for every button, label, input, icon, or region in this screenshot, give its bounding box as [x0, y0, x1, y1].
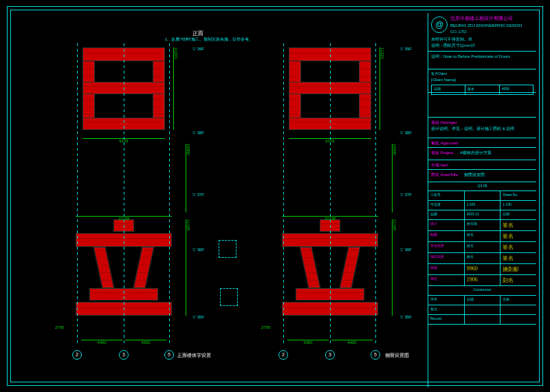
dim-grid1-l: 4400: [81, 340, 122, 345]
approved-header: 审批 Approved: [431, 141, 458, 145]
drawing-note: 1、金属*结构*施工。预制安装实施，仅作参考。: [165, 36, 253, 43]
dh: 日期: [500, 210, 536, 219]
c4: 1906: [465, 275, 501, 285]
r5: 审核: [428, 264, 465, 274]
drawing-canvas[interactable]: 正面 1、金属*结构*施工。预制安装实施，仅作参考。 9176 11023 91…: [14, 13, 433, 387]
dim-li-height: 11195: [186, 219, 190, 316]
dim-gap: 18800: [186, 144, 190, 213]
sv2: 签名: [500, 231, 536, 241]
dim-off-r: 2700: [261, 325, 270, 329]
company-name-cn: 北京中都建工程设计有限公司: [450, 15, 534, 23]
dim-li-height-r: 11195: [392, 219, 397, 316]
dim-ri-height: 11023: [173, 47, 178, 130]
title-value: 侧面设置图: [464, 173, 485, 177]
ph-v: Sheet No.: [500, 191, 536, 200]
client-header: 客户Client: [431, 72, 534, 77]
item-header: 分项 Item: [431, 163, 448, 167]
title-block: @ 北京中都建工程设计有限公司 BEIJING ZDJ ENGINEERING …: [428, 13, 536, 387]
detail-view-2: [220, 288, 238, 306]
s1: 1:100: [465, 201, 501, 210]
grid-5-l: 5: [164, 350, 174, 360]
company-name-en: BEIJING ZDJ ENGINEERING DESIGN CO.,LTD.: [450, 23, 534, 35]
cr2: 日期: [465, 296, 501, 305]
tb-note3: 说明：Note to Before Prefabricate of Doors: [428, 52, 536, 69]
grid-2-r: 2: [278, 350, 288, 360]
tb-note1: 未经许可不得复制。本: [431, 36, 534, 43]
n2: 姓名: [465, 231, 501, 241]
level-39-r: 39F: [400, 46, 412, 51]
cr3: 名称: [500, 296, 536, 305]
level-38-l: 38F: [192, 130, 204, 135]
r3: 专业负责: [428, 242, 465, 252]
dim-ri-height-r: 11023: [380, 47, 384, 130]
n4: 姓名: [465, 253, 501, 263]
company-logo-icon: @: [431, 17, 448, 33]
level-35-r: 35F: [400, 314, 412, 319]
r1: 设计: [428, 220, 465, 230]
level-36-r: 36F: [400, 247, 412, 252]
level-37-r: 37F: [400, 192, 412, 197]
dim-grid2-r: 4400: [331, 340, 373, 345]
desc-text: 设计说明。详见：说明。设计施工图纸 & 说明: [431, 126, 534, 132]
dim-gap-r: 18800: [392, 144, 397, 213]
r2: 制图: [428, 231, 465, 241]
level-36-l: 36F: [192, 247, 204, 252]
project-header: 项目 Project: [431, 151, 453, 155]
sv4: 签名: [500, 253, 536, 263]
sv6: 刻名: [500, 275, 536, 285]
project-value: A楼标志设计方案: [460, 151, 492, 155]
level-35-l: 35F: [192, 314, 204, 319]
sv3: 签名: [500, 242, 536, 252]
tb-note2: 说明：图纸尺寸以mm计: [431, 43, 534, 49]
level-39-l: 39F: [192, 46, 204, 51]
label-view-right: 侧面设置图: [385, 352, 409, 359]
r4: 项目负责: [428, 253, 465, 263]
n1: 姓名劭: [465, 220, 501, 230]
level-37-l: 37F: [192, 192, 204, 197]
grid-5-r: 5: [371, 350, 380, 360]
s2: 1:130: [500, 201, 536, 210]
label-view-left: 正面楼体字设置: [177, 352, 211, 359]
client-value: [Client Name]: [431, 77, 534, 83]
cr1: 序号: [428, 296, 465, 305]
desc-header: 项目 Desinger: [431, 120, 534, 126]
sv1: 签名: [500, 220, 536, 230]
title-header: 图名 DrawTitle: [431, 173, 458, 177]
d1: 总图: [428, 210, 465, 219]
conf: 可信度: [428, 201, 465, 210]
c3: 9960: [465, 264, 501, 274]
grid-3-l: 3: [119, 350, 129, 360]
cont: Constructor: [428, 286, 536, 295]
scale-label: Q3-06: [428, 182, 536, 191]
grid-3-r: 3: [325, 350, 335, 360]
grid-2-l: 2: [72, 350, 82, 360]
n3: 姓名: [465, 242, 501, 252]
dim-off-l: 2700: [55, 325, 64, 329]
detail-view-1: [219, 240, 236, 258]
d2: 2015.11: [465, 210, 501, 219]
cr4: 备注: [428, 305, 465, 314]
sv5: 施刻影: [500, 264, 536, 274]
cr5: Record: [428, 315, 465, 324]
dim-grid1-r: 4300: [287, 340, 329, 345]
level-38-r: 38F: [400, 130, 412, 135]
dim-grid2-l: 4550: [125, 340, 166, 345]
r6: 审定: [428, 275, 465, 285]
ph-l: 工程号: [428, 191, 465, 200]
